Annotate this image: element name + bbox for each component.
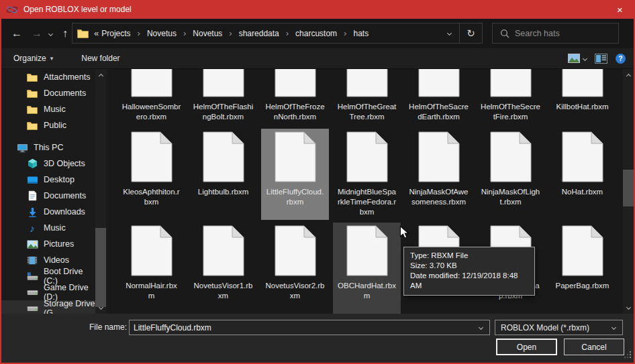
file-tile[interactable]: HelmOfTheGreatTree.rbxm	[333, 69, 401, 135]
file-tile[interactable]: HalloweenSombrero.rbxm	[117, 69, 185, 135]
thumbnail-view-icon	[568, 54, 580, 63]
forward-button[interactable]: →	[28, 25, 46, 42]
combo-dropdown-button[interactable]	[605, 326, 622, 329]
sidebar-item-game-drive-d[interactable]: Game Drive (D:)	[1, 284, 95, 300]
file-label: HelmOfTheSecretFire.rbxm	[481, 102, 540, 122]
file-tile[interactable]: HelmOfTheSecretFire.rbxm	[477, 69, 544, 135]
help-button[interactable]: ?	[616, 54, 626, 64]
new-folder-button[interactable]: New folder	[76, 48, 125, 68]
file-tile[interactable]: KleosAphthiton.rbxm	[117, 129, 185, 220]
sidebar-item-music[interactable]: ♪Music	[1, 220, 95, 236]
video-icon	[26, 256, 38, 265]
file-tile[interactable]: PaperBag.rbxm	[548, 223, 616, 314]
rbxm-file-icon	[418, 131, 460, 182]
address-bar[interactable]: «Projects›Novetus›Novetus›shareddata›cha…	[72, 23, 483, 44]
search-input[interactable]	[515, 29, 618, 38]
file-tile[interactable]: KillbotHat.rbxm	[548, 69, 616, 135]
file-tile[interactable]: MidnightBlueSparkleTimeFedora.rbxm	[333, 129, 401, 220]
this-pc-icon	[16, 143, 28, 153]
search-box[interactable]	[492, 23, 619, 44]
file-tile[interactable]: HelmOfTheFrozenNorth.rbxm	[261, 69, 329, 135]
breadcrumb-segment[interactable]: Novetus	[191, 29, 224, 38]
preview-pane-button[interactable]	[595, 54, 607, 64]
sidebar-item-documents[interactable]: Documents	[1, 85, 95, 101]
sidebar-item-this-pc[interactable]: This PC	[1, 139, 95, 156]
address-dropdown-button[interactable]	[439, 23, 459, 43]
file-label: NoHat.rbxm	[562, 187, 603, 197]
scroll-up-button[interactable]	[623, 70, 634, 81]
file-tile[interactable]: LittleFluffyCloud.rbxm	[261, 129, 329, 220]
sidebar-item-3d-objects[interactable]: 3D Objects	[1, 156, 95, 172]
download-icon	[26, 207, 38, 217]
refresh-button[interactable]: ↻	[459, 23, 482, 43]
organize-button[interactable]: Organize ▾	[8, 48, 58, 68]
file-tile[interactable]: HelmOfTheSacredEarth.rbxm	[405, 69, 473, 135]
breadcrumb-segment[interactable]: charcustom	[294, 29, 338, 38]
cancel-button[interactable]: Cancel	[564, 339, 624, 355]
file-tile[interactable]: NinjaMaskOfLight.rbxm	[477, 129, 544, 220]
chevron-up-icon	[98, 73, 103, 78]
rbxm-file-icon	[203, 225, 244, 276]
file-tile[interactable]: OBCHardHat.rbxm	[333, 223, 401, 314]
breadcrumb-segment[interactable]: Projects	[100, 29, 132, 38]
rbxm-file-icon	[131, 131, 173, 182]
sidebar-item-label: Desktop	[44, 175, 75, 184]
sidebar-item-documents[interactable]: Documents	[1, 188, 95, 204]
file-tile[interactable]: NovetusVisor2.rbxm	[261, 223, 329, 314]
breadcrumb-segment[interactable]: Novetus	[146, 29, 178, 38]
file-label: NovetusVisor1.rbxm	[194, 281, 253, 301]
breadcrumb-segment[interactable]: hats	[352, 29, 370, 38]
file-name-input[interactable]	[130, 323, 472, 332]
file-tile[interactable]: Lightbulb.rbxm	[189, 129, 257, 220]
search-icon	[500, 29, 509, 38]
file-tile[interactable]: HelmOfTheFlashingBolt.rbxm	[189, 69, 257, 135]
file-type-combobox[interactable]: ROBLOX Model (*.rbxm)	[495, 320, 623, 335]
combo-dropdown-button[interactable]	[472, 326, 489, 329]
arrow-up-icon: ↑	[62, 27, 68, 40]
command-toolbar: Organize ▾ New folder	[1, 48, 634, 69]
scroll-down-button[interactable]	[623, 302, 634, 312]
scrollbar-thumb[interactable]	[95, 228, 106, 307]
rbxm-file-icon	[418, 69, 460, 97]
file-label: OBCHardHat.rbxm	[338, 281, 396, 301]
close-button[interactable]: ×	[605, 0, 635, 19]
scrollbar-thumb[interactable]	[623, 170, 634, 206]
scroll-down-button[interactable]	[95, 302, 106, 312]
navigation-bar: ← → ↑ «Projects›Novetus›Novetus›sharedda…	[1, 19, 634, 48]
open-button[interactable]: Open	[496, 339, 557, 355]
breadcrumb-separator-icon: ›	[224, 28, 237, 38]
music-note-icon: ♪	[26, 223, 38, 233]
rbxm-file-icon	[346, 225, 388, 276]
rbxm-file-icon	[275, 131, 316, 182]
sidebar-scrollbar[interactable]	[95, 69, 106, 314]
breadcrumb-segment[interactable]: shareddata	[238, 29, 281, 38]
sidebar-item-desktop[interactable]: Desktop	[1, 172, 95, 188]
file-list-scrollbar[interactable]	[623, 69, 634, 314]
file-tile[interactable]: NovetusVisor1.rbxm	[189, 223, 257, 314]
file-tile[interactable]: NoHat.rbxm	[548, 129, 616, 220]
file-name-combobox[interactable]	[129, 320, 490, 335]
titlebar[interactable]: Open ROBLOX level or model ×	[0, 0, 635, 19]
window-border-left	[0, 0, 1, 364]
sidebar-item-music[interactable]: Music	[1, 101, 95, 117]
file-tile[interactable]: NormalHair.rbxm	[117, 223, 185, 314]
sidebar-item-label: Downloads	[44, 207, 85, 217]
sidebar-item-attachments[interactable]: Attachments	[1, 69, 95, 85]
breadcrumb-overflow-icon[interactable]: «	[94, 28, 99, 38]
scroll-up-button[interactable]	[95, 70, 106, 81]
sidebar-item-storage-drive-g[interactable]: Storage Drive (G	[1, 300, 95, 314]
sidebar-item-pictures[interactable]: Pictures	[1, 236, 95, 252]
sidebar-item-videos[interactable]: Videos	[1, 252, 95, 268]
chevron-down-icon	[583, 56, 587, 60]
breadcrumb-separator-icon: ›	[338, 28, 352, 38]
change-view-button[interactable]	[568, 54, 587, 63]
drive-windows-icon	[26, 272, 38, 281]
resize-grip-icon[interactable]	[624, 351, 632, 361]
file-tile[interactable]: NinjaMaskOfAwesomeness.rbxm	[405, 129, 473, 220]
recent-locations-button[interactable]	[44, 25, 56, 42]
open-file-dialog: Open ROBLOX level or model × ← → ↑ «Proj…	[0, 0, 635, 364]
sidebar-item-public[interactable]: Public	[1, 117, 95, 133]
back-button[interactable]: ←	[8, 25, 26, 42]
sidebar-item-boot-drive-c[interactable]: Boot Drive (C:)	[1, 268, 95, 284]
sidebar-item-downloads[interactable]: Downloads	[1, 204, 95, 220]
